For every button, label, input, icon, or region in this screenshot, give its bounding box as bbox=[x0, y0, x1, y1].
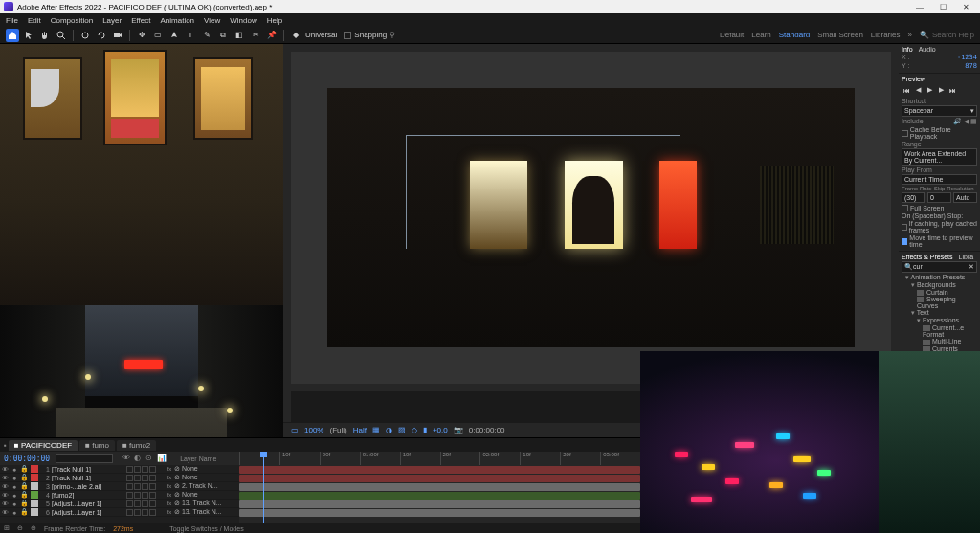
menu-file[interactable]: File bbox=[6, 16, 18, 25]
layer-search-input[interactable] bbox=[56, 454, 113, 463]
layer-color-swatch[interactable] bbox=[31, 500, 38, 507]
visibility-icon[interactable]: 👁 bbox=[1, 491, 9, 499]
first-frame-icon[interactable]: ⏮ bbox=[902, 85, 911, 95]
window-close-button[interactable]: ✕ bbox=[955, 1, 976, 12]
render-queue-icon[interactable]: ▪ bbox=[4, 441, 7, 450]
movetime-checkbox[interactable] bbox=[902, 238, 907, 245]
layer-bar[interactable] bbox=[239, 509, 640, 517]
fx-icon[interactable]: fx bbox=[166, 474, 173, 481]
layer-switches[interactable] bbox=[126, 509, 165, 516]
layer-name[interactable]: [fumo2] bbox=[52, 492, 126, 499]
anchor-tool-icon[interactable]: ✥ bbox=[135, 29, 148, 42]
selection-tool-icon[interactable] bbox=[22, 29, 35, 42]
fx-icon[interactable]: fx bbox=[166, 491, 173, 499]
menu-window[interactable]: Window bbox=[230, 16, 256, 25]
layer-bar[interactable] bbox=[239, 483, 640, 491]
layer-parent[interactable]: ⊘ 13. Track N... bbox=[174, 500, 228, 507]
fx-icon[interactable]: fx bbox=[166, 465, 173, 473]
layer-name[interactable]: [Track Null 1] bbox=[52, 466, 126, 473]
comp-tab-1[interactable]: ■ fumo bbox=[79, 440, 115, 451]
solo-icon[interactable]: ● bbox=[11, 491, 18, 499]
lock-icon[interactable]: 🔒 bbox=[20, 508, 28, 516]
region-icon[interactable]: ◇ bbox=[412, 426, 417, 434]
resolution-preview-dropdown[interactable]: Auto bbox=[953, 192, 977, 203]
layer-switches[interactable] bbox=[126, 483, 165, 490]
shy-icon[interactable]: 👁 bbox=[122, 454, 132, 463]
zoom-in-icon[interactable]: ⊕ bbox=[31, 524, 36, 532]
layer-color-swatch[interactable] bbox=[31, 482, 38, 490]
layer-switches[interactable] bbox=[126, 500, 165, 507]
pen-tool-icon[interactable] bbox=[167, 29, 181, 42]
layer-name[interactable]: [Track Null 1] bbox=[52, 475, 126, 481]
ifcache-checkbox[interactable] bbox=[902, 224, 907, 231]
comp-tab-0[interactable]: ■ PACIFICODEF bbox=[9, 440, 78, 451]
workspace-more-icon[interactable]: » bbox=[908, 31, 912, 39]
visibility-icon[interactable]: 👁 bbox=[1, 508, 9, 516]
visibility-icon[interactable]: 👁 bbox=[1, 465, 9, 473]
current-time-indicator[interactable] bbox=[263, 452, 264, 523]
timecode-display[interactable]: 0:00:00:00 bbox=[4, 455, 50, 463]
workspace-learn[interactable]: Learn bbox=[751, 31, 770, 39]
layer-parent[interactable]: ⊘ 2. Track N... bbox=[174, 482, 228, 490]
mask-icon[interactable]: ◑ bbox=[386, 426, 392, 434]
solo-icon[interactable]: ● bbox=[11, 500, 18, 507]
zoom-tool-icon[interactable] bbox=[55, 29, 68, 42]
menu-help[interactable]: Help bbox=[267, 16, 282, 25]
frame-blend-icon[interactable]: ◐ bbox=[134, 454, 144, 463]
next-frame-icon[interactable]: ▶ bbox=[936, 85, 946, 95]
shortcut-dropdown[interactable]: Spacebar▾ bbox=[902, 105, 977, 117]
menu-animation[interactable]: Animation bbox=[160, 16, 194, 25]
window-maximize-button[interactable]: ☐ bbox=[932, 1, 953, 12]
lock-icon[interactable]: 🔒 bbox=[20, 482, 28, 490]
layer-color-swatch[interactable] bbox=[31, 465, 38, 473]
solo-icon[interactable]: ● bbox=[11, 474, 18, 481]
fx-icon[interactable]: fx bbox=[166, 500, 173, 507]
workspace-small[interactable]: Small Screen bbox=[817, 31, 863, 39]
solo-icon[interactable]: ● bbox=[11, 465, 18, 473]
range-dropdown[interactable]: Work Area Extended By Current... bbox=[902, 148, 977, 166]
workspace-default[interactable]: Default bbox=[720, 31, 744, 39]
transparency-icon[interactable]: ▨ bbox=[398, 426, 406, 434]
lock-icon[interactable]: 🔒 bbox=[20, 465, 28, 473]
layer-parent[interactable]: ⊘ None bbox=[174, 491, 228, 499]
window-minimize-button[interactable]: — bbox=[909, 1, 930, 12]
preset-item[interactable]: Sweeping Curves bbox=[902, 296, 977, 309]
layer-switches[interactable] bbox=[126, 475, 165, 481]
menu-view[interactable]: View bbox=[204, 16, 220, 25]
layer-parent[interactable]: ⊘ 13. Track N... bbox=[174, 508, 228, 516]
fx-icon[interactable]: fx bbox=[166, 508, 173, 516]
preset-search-input[interactable]: 🔍 cur✕ bbox=[902, 261, 977, 273]
exposure-value[interactable]: +0.0 bbox=[433, 426, 448, 434]
menu-composition[interactable]: Composition bbox=[51, 16, 93, 25]
composition-viewer[interactable] bbox=[291, 52, 891, 384]
layer-name[interactable]: [Adjust...Layer 1] bbox=[52, 509, 126, 516]
lock-icon[interactable]: 🔒 bbox=[20, 474, 28, 481]
roto-tool-icon[interactable]: ✂ bbox=[249, 29, 262, 42]
workspace-standard[interactable]: Standard bbox=[779, 31, 810, 39]
snapping-options-icon[interactable]: ⚲ bbox=[390, 31, 395, 39]
clone-tool-icon[interactable]: ⧉ bbox=[216, 29, 230, 42]
channel-icon[interactable]: ▮ bbox=[423, 426, 427, 434]
timeline-ruler[interactable]: 10f20f 01:00f10f20f 02:00f10f20f 03:00f bbox=[239, 452, 640, 465]
preset-folder[interactable]: Animation Presets bbox=[902, 274, 977, 281]
prev-frame-icon[interactable]: ◀ bbox=[913, 85, 923, 95]
search-help-input[interactable]: Search Help bbox=[932, 31, 974, 39]
rect-tool-icon[interactable]: ▭ bbox=[151, 29, 165, 42]
lock-icon[interactable]: 🔒 bbox=[20, 491, 28, 499]
layer-parent[interactable]: ⊘ None bbox=[174, 474, 228, 481]
preset-folder[interactable]: Backgrounds bbox=[902, 281, 977, 289]
cache-checkbox[interactable] bbox=[902, 130, 908, 137]
comp-tab-2[interactable]: ■ fumo2 bbox=[117, 440, 156, 451]
timeline-bars[interactable] bbox=[239, 465, 640, 523]
last-frame-icon[interactable]: ⏭ bbox=[947, 85, 957, 95]
resolution-full[interactable]: (Full) bbox=[329, 426, 346, 434]
preset-folder[interactable]: Text bbox=[902, 309, 977, 317]
visibility-icon[interactable]: 👁 bbox=[1, 474, 9, 481]
resolution-half[interactable]: Half bbox=[353, 426, 367, 434]
type-tool-icon[interactable]: T bbox=[184, 29, 197, 42]
rotate-tool-icon[interactable] bbox=[95, 29, 108, 42]
orbit-tool-icon[interactable] bbox=[78, 29, 92, 42]
grid-icon[interactable]: ▦ bbox=[372, 426, 380, 434]
visibility-icon[interactable]: 👁 bbox=[1, 500, 9, 507]
preset-item[interactable]: Current...e Format bbox=[902, 324, 977, 338]
